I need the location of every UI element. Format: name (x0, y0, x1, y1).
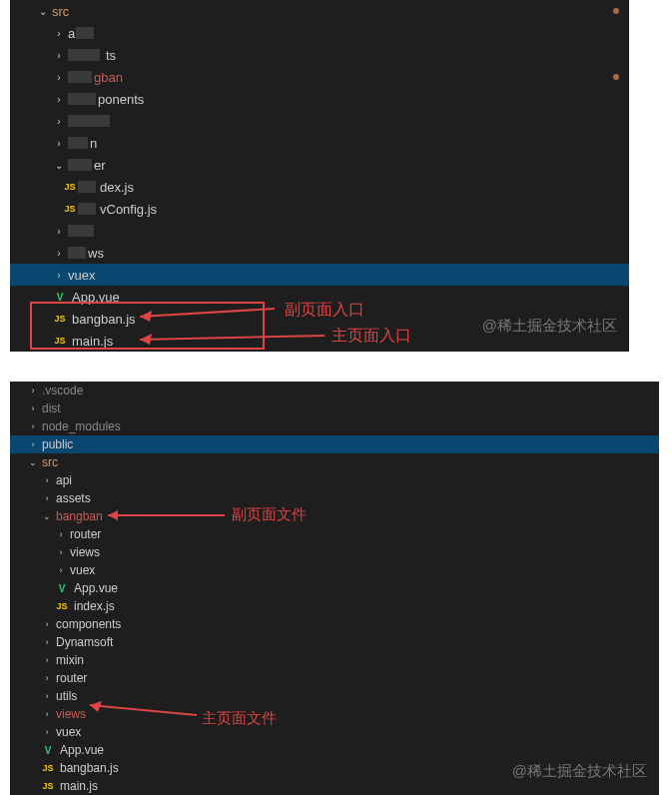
folder-label: router (56, 671, 87, 685)
tree-item[interactable]: › views (10, 543, 659, 561)
file-label: index.js (74, 599, 115, 613)
file-label: App.vue (72, 290, 120, 305)
chevron-right-icon: › (42, 727, 52, 737)
blur-overlay (68, 93, 96, 105)
chevron-right-icon: › (54, 248, 64, 259)
tree-item[interactable]: › dist (10, 399, 659, 417)
tree-item[interactable]: ⌄ er (10, 154, 629, 176)
tree-item[interactable]: › ws (10, 242, 629, 264)
chevron-right-icon: › (42, 655, 52, 665)
tree-item[interactable]: › assets (10, 489, 659, 507)
file-label: App.vue (74, 581, 118, 595)
folder-label: mixin (56, 653, 84, 667)
file-label: bangban.js (60, 761, 119, 775)
folder-label: vuex (68, 268, 95, 283)
tree-item[interactable]: › (10, 110, 629, 132)
blur-overlay (76, 27, 94, 39)
folder-label: api (56, 473, 72, 487)
js-file-icon: JS (62, 182, 78, 192)
chevron-right-icon: › (54, 138, 64, 149)
tree-item-src[interactable]: ⌄ src (10, 453, 659, 471)
tree-item[interactable]: › ts (10, 44, 629, 66)
js-file-icon: JS (40, 781, 56, 791)
chevron-down-icon: ⌄ (42, 511, 52, 521)
chevron-right-icon: › (56, 529, 66, 539)
tree-item[interactable]: › .vscode (10, 382, 659, 399)
tree-item-file[interactable]: V App.vue (10, 579, 659, 597)
folder-label: views (56, 707, 86, 721)
folder-label: bangban (56, 509, 103, 523)
tree-item[interactable]: › vuex (10, 723, 659, 741)
tree-item-file[interactable]: V App.vue (10, 741, 659, 759)
tree-item-public[interactable]: › public (10, 435, 659, 453)
chevron-right-icon: › (28, 386, 38, 396)
vue-file-icon: V (54, 583, 70, 594)
modified-dot-icon (613, 8, 619, 14)
tree-item[interactable]: › node_modules (10, 417, 659, 435)
js-file-icon: JS (62, 204, 78, 214)
blur-overlay (68, 49, 100, 61)
folder-label: vuex (56, 725, 81, 739)
folder-label: utils (56, 689, 77, 703)
chevron-right-icon: › (28, 439, 38, 449)
folder-label: dist (42, 401, 61, 415)
file-label: main.js (60, 779, 98, 793)
tree-item[interactable]: › api (10, 471, 659, 489)
tree-item-src[interactable]: ⌄ src (10, 0, 629, 22)
chevron-right-icon: › (42, 475, 52, 485)
tree-item[interactable]: › Dynamsoft (10, 633, 659, 651)
chevron-right-icon: › (42, 673, 52, 683)
tree-item[interactable]: › n (10, 132, 629, 154)
chevron-right-icon: › (42, 493, 52, 503)
folder-label: Dynamsoft (56, 635, 113, 649)
file-label: dex.js (100, 180, 134, 195)
file-label: vConfig.js (100, 202, 157, 217)
chevron-right-icon: › (28, 403, 38, 413)
chevron-right-icon: › (54, 116, 64, 127)
chevron-right-icon: › (54, 226, 64, 237)
tree-item[interactable]: › router (10, 525, 659, 543)
tree-item[interactable]: › mixin (10, 651, 659, 669)
folder-label: ws (88, 246, 104, 261)
folder-label: n (90, 136, 97, 151)
tree-item[interactable]: › utils (10, 687, 659, 705)
tree-item-file[interactable]: JS index.js (10, 597, 659, 615)
file-explorer-panel-1: ⌄ src › a › ts › gban › ponents › › n ⌄ … (10, 0, 629, 352)
blur-overlay (78, 203, 96, 215)
chevron-right-icon: › (54, 94, 64, 105)
folder-label: er (94, 158, 106, 173)
folder-label: views (70, 545, 100, 559)
tree-item-file[interactable]: JS vConfig.js (10, 198, 629, 220)
folder-label: router (70, 527, 101, 541)
blur-overlay (68, 225, 94, 237)
tree-item-file[interactable]: JS dex.js (10, 176, 629, 198)
blur-overlay (78, 181, 96, 193)
chevron-down-icon: ⌄ (38, 6, 48, 17)
tree-item[interactable]: › a (10, 22, 629, 44)
tree-item[interactable]: › (10, 220, 629, 242)
js-file-icon: JS (52, 314, 68, 324)
tree-item-bangban[interactable]: › gban (10, 66, 629, 88)
js-file-icon: JS (52, 336, 68, 346)
chevron-right-icon: › (42, 709, 52, 719)
tree-item-appvue[interactable]: V App.vue (10, 286, 629, 308)
tree-item[interactable]: › router (10, 669, 659, 687)
blur-overlay (68, 159, 92, 171)
folder-label: .vscode (42, 384, 83, 398)
folder-label: node_modules (42, 419, 121, 433)
folder-label: a (68, 26, 75, 41)
chevron-down-icon: ⌄ (54, 160, 64, 171)
js-file-icon: JS (40, 763, 56, 773)
chevron-right-icon: › (42, 619, 52, 629)
watermark: @稀土掘金技术社区 (512, 762, 647, 781)
folder-label: public (42, 437, 73, 451)
tree-item[interactable]: › ponents (10, 88, 629, 110)
tree-item-views[interactable]: › views (10, 705, 659, 723)
tree-item[interactable]: › vuex (10, 561, 659, 579)
chevron-right-icon: › (56, 547, 66, 557)
tree-item-vuex[interactable]: › vuex (10, 264, 629, 286)
tree-item-bangban[interactable]: ⌄ bangban (10, 507, 659, 525)
js-file-icon: JS (54, 601, 70, 611)
folder-label: ponents (98, 92, 144, 107)
tree-item[interactable]: › components (10, 615, 659, 633)
